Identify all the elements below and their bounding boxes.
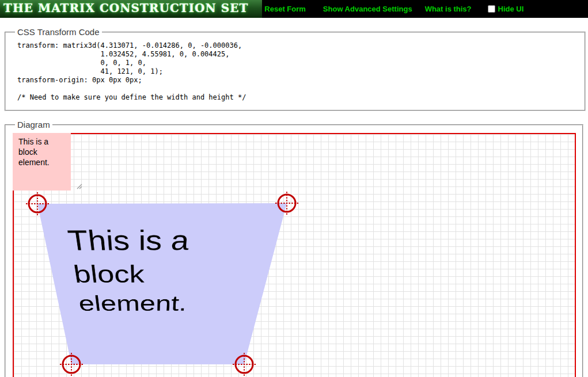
handle-1[interactable] (25, 191, 50, 216)
hide-ui-checkbox[interactable] (488, 5, 495, 13)
show-advanced-settings-link[interactable]: Show Advanced Settings (323, 5, 412, 13)
crosshair-icon (232, 352, 257, 377)
crosshair-icon (25, 191, 50, 216)
app-title: THE MATRIX CONSTRUCTION SET (0, 0, 262, 18)
resize-grip-icon[interactable] (75, 182, 82, 189)
what-is-this-link[interactable]: What is this? (425, 5, 472, 13)
reset-form-link[interactable]: Reset Form (264, 5, 306, 13)
css-code-output[interactable]: transform: matrix3d(4.313071, -0.014286,… (13, 38, 579, 102)
source-element-textarea[interactable]: This is a block element. (13, 133, 71, 191)
css-transform-code-panel: CSS Transform Code transform: matrix3d(4… (5, 27, 586, 111)
hide-ui-label: Hide UI (498, 5, 524, 13)
hide-ui-control[interactable]: Hide UI (488, 5, 524, 13)
app-header: THE MATRIX CONSTRUCTION SET Reset Form S… (0, 0, 588, 18)
handle-2[interactable] (274, 191, 299, 216)
crosshair-icon (59, 352, 84, 377)
header-nav: Reset Form Show Advanced Settings What i… (262, 5, 523, 13)
crosshair-icon (274, 191, 299, 216)
transformed-element: This is a block element. (37, 203, 287, 364)
diagram-panel: Diagram This is a block element. This is… (5, 120, 583, 377)
diagram-legend: Diagram (15, 120, 52, 130)
diagram-stage: This is a block element. This is a block… (13, 133, 576, 377)
handle-4[interactable] (232, 352, 257, 377)
css-transform-code-legend: CSS Transform Code (15, 27, 102, 37)
handle-3[interactable] (59, 352, 84, 377)
